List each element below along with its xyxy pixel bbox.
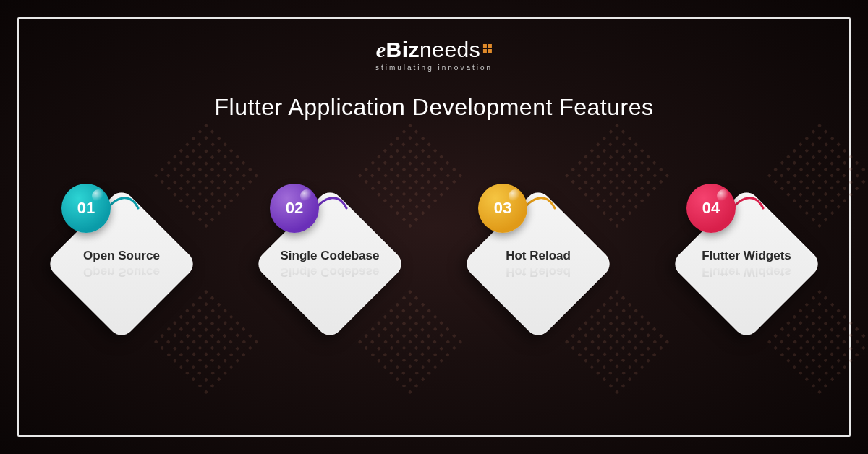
feature-cards-row: 01 Open Source Open Source 02 Single Cod… — [0, 188, 868, 340]
logo-letter-e: e — [376, 38, 386, 62]
badge-number: 01 — [77, 199, 95, 218]
feature-label: Open Source — [56, 249, 187, 263]
feature-card-4: 04 Flutter Widgets Flutter Widgets — [671, 188, 822, 340]
feature-label-reflection: Hot Reload — [473, 265, 603, 279]
logo-squares-icon — [483, 44, 492, 53]
number-badge: 02 — [270, 184, 319, 233]
feature-card-2: 02 Single Codebase Single Codebase — [254, 188, 406, 340]
brand-logo: eBizneeds stimulating innovation — [375, 38, 493, 72]
badge-number: 04 — [702, 199, 720, 218]
feature-label-reflection: Open Source — [56, 265, 187, 279]
feature-card-3: 03 Hot Reload Hot Reload — [462, 188, 614, 340]
feature-label: Single Codebase — [265, 249, 395, 263]
page-title: Flutter Application Development Features — [0, 94, 868, 121]
feature-label-reflection: Flutter Widgets — [681, 265, 812, 279]
badge-number: 02 — [286, 199, 303, 218]
number-badge: 04 — [686, 184, 736, 233]
number-badge: 01 — [61, 184, 111, 233]
number-badge: 03 — [478, 184, 527, 233]
badge-number: 03 — [494, 199, 511, 218]
feature-label: Flutter Widgets — [681, 249, 812, 263]
feature-label-reflection: Single Codebase — [265, 265, 395, 279]
logo-needs: needs — [420, 38, 480, 62]
logo-tagline: stimulating innovation — [375, 64, 493, 72]
logo-biz: Biz — [386, 38, 420, 62]
feature-card-1: 01 Open Source Open Source — [46, 188, 197, 340]
feature-label: Hot Reload — [473, 249, 603, 263]
